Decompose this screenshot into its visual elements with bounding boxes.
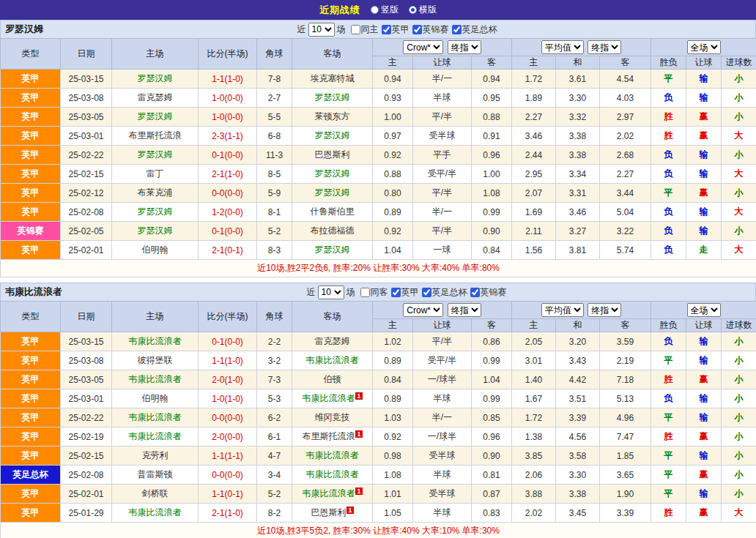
- match-count-select[interactable]: 10: [308, 23, 335, 37]
- avg-draw-odds: 4.56: [556, 427, 600, 447]
- away-team-name: 罗瑟汉姆: [315, 187, 350, 198]
- avg-away-odds: 1.85: [600, 447, 651, 466]
- avg-draw-odds: 3.30: [556, 89, 600, 108]
- result-goals: 小: [722, 146, 756, 165]
- match-score: 2-1(1-0): [199, 504, 257, 523]
- asian-handicap: 一/球半: [413, 370, 472, 389]
- checkbox-input[interactable]: [422, 288, 431, 297]
- avg-away-odds: 3.59: [600, 332, 651, 351]
- match-date: 25-02-08: [61, 466, 112, 485]
- filter-checkbox-1[interactable]: 英甲: [382, 23, 410, 36]
- bookmaker-select[interactable]: Crow*: [403, 303, 443, 317]
- result-wdl: 负: [651, 203, 686, 222]
- avg-home-odds: 1.56: [512, 241, 556, 260]
- corner-count: 6-8: [257, 127, 292, 146]
- result-wdl: 平: [651, 466, 686, 485]
- away-team-name: 巴恩斯利: [315, 149, 350, 160]
- asian-home-odds: 0.92: [373, 146, 413, 165]
- league-type-badge: 英甲: [1, 447, 61, 466]
- away-team-cell: 韦康比流浪者: [292, 351, 373, 370]
- avg-home-odds: 2.11: [512, 222, 556, 241]
- result-wdl: 平: [651, 70, 686, 89]
- layout-option-horizontal[interactable]: 横版: [409, 4, 437, 16]
- europe-stage-select[interactable]: 终指: [588, 40, 621, 54]
- asian-home-odds: 1.04: [373, 241, 413, 260]
- red-card-badge: 1: [346, 507, 353, 514]
- filter-checkbox-3[interactable]: 英足总杯: [452, 23, 497, 36]
- match-score: 1-2(0-0): [199, 203, 257, 222]
- filter-checkbox-1[interactable]: 英甲: [391, 286, 419, 299]
- league-type-badge: 英甲: [1, 203, 61, 222]
- avg-away-odds: 7.47: [600, 427, 651, 447]
- subcol-avg-away: 客: [600, 319, 651, 332]
- topbar: 近期战绩 竖版 横版: [0, 0, 756, 20]
- league-type-badge: 英足总杯: [1, 466, 61, 485]
- summary-line: 近10场,胜3平5负2, 胜率:30% 让胜率:40% 大率:10% 单率:30…: [1, 523, 756, 538]
- result-goals: 小: [722, 184, 756, 203]
- europe-stage-select[interactable]: 终指: [588, 303, 621, 317]
- avg-draw-odds: 3.43: [556, 351, 600, 370]
- match-score: 0-1(0-0): [199, 222, 257, 241]
- filter-checkbox-0[interactable]: 同主: [351, 23, 379, 36]
- asian-handicap: 平手: [413, 146, 472, 165]
- average-select[interactable]: 平均值: [541, 40, 584, 54]
- checkbox-input[interactable]: [470, 288, 480, 297]
- asian-stage-select[interactable]: 终指: [448, 303, 481, 317]
- filter-checkbox-3[interactable]: 英锦赛: [470, 286, 507, 299]
- layout-option-vertical[interactable]: 竖版: [371, 4, 399, 16]
- asian-away-odds: 1.08: [472, 184, 512, 203]
- subcol-asian-away: 客: [472, 319, 512, 332]
- match-row: 英甲25-02-15雷丁2-1(1-0)8-5罗瑟汉姆0.88受平/半1.002…: [1, 165, 756, 184]
- checkbox-input[interactable]: [382, 25, 391, 34]
- league-type-badge: 英甲: [1, 108, 61, 127]
- result-goals: 小: [722, 89, 756, 108]
- result-group-header: 全场: [651, 39, 756, 56]
- result-goals: 小: [722, 370, 756, 389]
- subcol-asian-handicap: 让球: [413, 56, 472, 70]
- bookmaker-select[interactable]: Crow*: [403, 40, 443, 54]
- away-team-cell: 罗瑟汉姆: [292, 165, 373, 184]
- col-score: 比分(半场): [199, 39, 257, 70]
- asian-handicap: 受平/半: [413, 165, 472, 184]
- results-table-1: 类型 日期 主场 比分(半场) 角球 客场 Crow* 终指 平均值 终指: [0, 301, 756, 538]
- filter-checkbox-2[interactable]: 英锦赛: [412, 23, 449, 36]
- home-team-cell: 罗瑟汉姆: [112, 70, 199, 89]
- filter-checkbox-0[interactable]: 同客: [360, 286, 388, 299]
- checkbox-input[interactable]: [391, 288, 401, 297]
- match-score: 1-0(1-0): [199, 389, 257, 408]
- away-team-name: 罗瑟汉姆: [315, 244, 350, 255]
- corner-count: 8-5: [257, 165, 292, 184]
- league-type-badge: 英甲: [1, 427, 61, 447]
- average-select[interactable]: 平均值: [541, 303, 584, 317]
- subcol-asian-away: 客: [472, 56, 512, 70]
- checkbox-input[interactable]: [351, 25, 360, 34]
- filter-checkbox-2[interactable]: 英足总杯: [422, 286, 467, 299]
- away-team-name: 罗瑟汉姆: [315, 168, 350, 179]
- result-wdl: 负: [651, 222, 686, 241]
- checkbox-label: 英甲: [401, 286, 419, 299]
- asian-home-odds: 0.98: [373, 447, 413, 466]
- asian-home-odds: 0.89: [373, 389, 413, 408]
- corner-count: 11-3: [257, 146, 292, 165]
- results-body-0: 英甲25-03-15罗瑟汉姆1-1(1-0)7-8埃克塞特城0.94半/一0.9…: [1, 70, 756, 260]
- page-title: 近期战绩: [319, 4, 360, 17]
- checkbox-input[interactable]: [360, 288, 370, 297]
- asian-stage-select[interactable]: 终指: [448, 40, 481, 54]
- subcol-asian-home: 主: [373, 319, 413, 332]
- scope-select[interactable]: 全场: [687, 40, 721, 54]
- checkbox-input[interactable]: [452, 25, 462, 34]
- subcol-result-goals: 进球数: [722, 56, 756, 70]
- match-count-select[interactable]: 10: [318, 285, 344, 299]
- checkbox-input[interactable]: [412, 25, 422, 34]
- asian-away-odds: 0.96: [472, 427, 512, 447]
- avg-away-odds: 3.22: [600, 222, 651, 241]
- match-row: 英足总杯25-02-08普雷斯顿0-0(0-0)3-4韦康比流浪者1.08半球0…: [1, 466, 756, 485]
- home-team-cell: 罗瑟汉姆: [112, 203, 199, 222]
- avg-home-odds: 1.40: [512, 370, 556, 389]
- scope-select[interactable]: 全场: [687, 303, 721, 317]
- result-wdl: 负: [651, 89, 686, 108]
- subcol-result-wdl: 胜负: [651, 56, 686, 70]
- avg-away-odds: 2.19: [600, 351, 651, 370]
- match-score: 0-0(0-0): [199, 408, 257, 427]
- corner-count: 7-8: [257, 70, 292, 89]
